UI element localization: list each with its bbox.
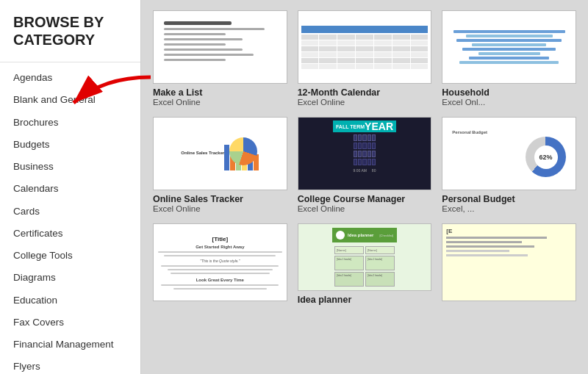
template-name: Idea planner <box>298 295 432 305</box>
template-source: Excel Online <box>298 204 432 213</box>
template-card-unknown[interactable]: [E <box>442 223 576 305</box>
template-name: Online Sales Tracker <box>153 194 287 204</box>
template-name: College Course Manager <box>298 194 432 204</box>
sidebar-item-flyers[interactable]: Flyers <box>0 356 140 374</box>
template-thumb-sales: Online Sales Tracker <box>153 117 287 190</box>
sidebar-item-diagrams[interactable]: Diagrams <box>0 267 140 289</box>
sidebar-item-blank-general[interactable]: Blank and General <box>0 89 140 111</box>
sidebar: BROWSE BYCATEGORY Agendas Blank and Gene… <box>0 0 141 374</box>
template-info-sales: Online Sales Tracker Excel Online <box>153 194 287 213</box>
template-source: Excel Online <box>298 98 432 107</box>
sidebar-item-business[interactable]: Business <box>0 156 140 178</box>
sidebar-item-college-tools[interactable]: College Tools <box>0 245 140 267</box>
sidebar-item-agendas[interactable]: Agendas <box>0 67 140 89</box>
template-thumb-make-a-list <box>153 10 287 84</box>
sidebar-title: BROWSE BYCATEGORY <box>0 13 140 62</box>
template-source: Excel Onl... <box>442 98 576 107</box>
template-source: Excel, ... <box>442 204 576 213</box>
template-card-household[interactable]: Household Excel Onl... <box>442 10 576 107</box>
main-content: Make a List Excel Online <box>141 0 588 374</box>
sidebar-item-financial-management[interactable]: Financial Management <box>0 334 140 356</box>
donut-percentage: 62% <box>534 145 558 169</box>
template-card-report[interactable]: [Title] Get Started Right Away "This is … <box>153 223 287 305</box>
sidebar-item-cards[interactable]: Cards <box>0 201 140 223</box>
template-card-idea-planner[interactable]: Idea planner [Checklist] [Name] [Name] [… <box>298 223 432 305</box>
template-thumb-report: [Title] Get Started Right Away "This is … <box>153 223 287 301</box>
template-thumb-calendar <box>298 10 432 84</box>
sidebar-item-fax-covers[interactable]: Fax Covers <box>0 312 140 334</box>
sidebar-item-budgets[interactable]: Budgets <box>0 134 140 156</box>
sidebar-item-calendars[interactable]: Calendars <box>0 178 140 200</box>
template-source: Excel Online <box>153 204 287 213</box>
sidebar-item-education[interactable]: Education <box>0 290 140 312</box>
template-card-sales-tracker[interactable]: Online Sales Tracker <box>153 117 287 213</box>
template-name: Household <box>442 87 576 98</box>
college-header: FALL TERM YEAR <box>333 121 396 132</box>
template-info-make-a-list: Make a List Excel Online <box>153 87 287 107</box>
template-card-12-month-calendar[interactable]: 12-Month Calendar Excel Online <box>298 10 432 107</box>
template-thumb-college: FALL TERM YEAR <box>298 117 432 190</box>
template-thumb-household <box>442 10 576 84</box>
template-name: Personal Budget <box>442 194 576 204</box>
sidebar-item-brochures[interactable]: Brochures <box>0 112 140 134</box>
template-card-college-course[interactable]: FALL TERM YEAR <box>298 117 432 213</box>
template-thumb-idea: Idea planner [Checklist] [Name] [Name] [… <box>298 223 432 291</box>
idea-title: Idea planner <box>348 233 373 237</box>
report-title-text: [Title] <box>212 236 229 242</box>
template-info-college: College Course Manager Excel Online <box>298 194 432 213</box>
template-info-calendar: 12-Month Calendar Excel Online <box>298 87 432 107</box>
bulb-icon <box>336 231 345 240</box>
sidebar-item-certificates[interactable]: Certificates <box>0 223 140 245</box>
template-card-personal-budget[interactable]: Personal Budget 62% Personal Budget Exce… <box>442 117 576 213</box>
template-thumb-personal: Personal Budget 62% <box>442 117 576 190</box>
idea-header: Idea planner [Checklist] <box>332 228 397 242</box>
template-name: Make a List <box>153 87 287 98</box>
template-info-personal: Personal Budget Excel, ... <box>442 194 576 213</box>
template-info-household: Household Excel Onl... <box>442 87 576 107</box>
donut-chart: 62% <box>526 137 566 177</box>
template-thumb-unknown: [E <box>442 223 576 301</box>
template-name: 12-Month Calendar <box>298 87 432 98</box>
template-info-idea: Idea planner <box>298 295 432 305</box>
template-source: Excel Online <box>153 98 287 107</box>
template-card-make-a-list[interactable]: Make a List Excel Online <box>153 10 287 107</box>
templates-grid: Make a List Excel Online <box>148 0 581 315</box>
